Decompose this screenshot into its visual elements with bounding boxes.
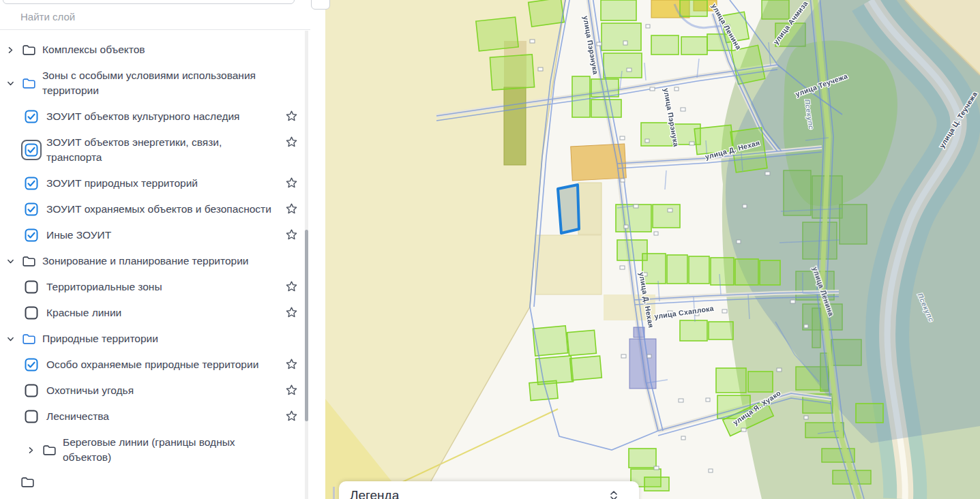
tree-layer[interactable]: ЗОУИТ охраняемых объектов и безопасности xyxy=(0,196,310,222)
folder-icon xyxy=(42,444,57,456)
layer-label: ЗОУИТ охраняемых объектов и безопасности xyxy=(46,202,271,217)
layer-panel: Комплексы объектовЗоны с особыми условия… xyxy=(0,0,310,499)
tree-layer[interactable]: Охотничьи угодья xyxy=(0,378,310,404)
layer-label: Территориальные зоны xyxy=(46,279,162,294)
layer-checkbox[interactable] xyxy=(25,358,38,372)
layer-checkbox[interactable] xyxy=(25,228,38,242)
tree-layer[interactable]: ЗОУИТ природных территорий xyxy=(0,170,310,196)
layer-label: Иные ЗОУИТ xyxy=(46,228,111,243)
layer-checkbox[interactable] xyxy=(25,202,38,216)
star-icon[interactable] xyxy=(280,136,298,149)
tree-folder[interactable]: Зоны с особыми условиями использования т… xyxy=(0,63,310,104)
tree-layer[interactable]: ЗОУИТ объектов энергетики, связи, трансп… xyxy=(0,130,310,170)
star-icon[interactable] xyxy=(280,110,298,123)
layer-label: ЗОУИТ природных территорий xyxy=(46,176,198,191)
layer-label: ЗОУИТ объектов культурного наследия xyxy=(46,109,240,124)
legend-panel: Легенда xyxy=(339,481,639,499)
chevron-down-icon[interactable] xyxy=(5,257,16,266)
layer-checkbox[interactable] xyxy=(25,110,38,123)
layer-checkbox[interactable] xyxy=(25,177,38,190)
layer-label: Комплексы объектов xyxy=(42,42,145,57)
chevron-right-icon[interactable] xyxy=(26,446,36,455)
folder-icon xyxy=(22,78,36,89)
tree-layer[interactable]: Красные линии xyxy=(0,300,310,326)
tree-layer[interactable]: ЗОУИТ объектов культурного наследия xyxy=(0,104,310,130)
layer-label: ЗОУИТ объектов энергетики, связи, трансп… xyxy=(46,135,273,165)
star-icon[interactable] xyxy=(280,410,298,423)
chevron-down-icon[interactable] xyxy=(5,335,16,344)
layer-label: Красные линии xyxy=(46,305,121,320)
layer-search-input[interactable] xyxy=(0,5,327,27)
layer-checkbox[interactable] xyxy=(25,143,38,157)
folder-icon xyxy=(22,256,36,267)
star-icon[interactable] xyxy=(280,228,298,241)
star-icon[interactable] xyxy=(280,358,298,371)
layer-checkbox[interactable] xyxy=(25,410,38,423)
folder-icon xyxy=(22,333,36,345)
layer-label: Лесничества xyxy=(46,409,109,424)
tree-folder[interactable] xyxy=(0,470,310,488)
star-icon[interactable] xyxy=(280,280,298,293)
tree-layer[interactable]: Лесничества xyxy=(0,404,310,429)
chevron-right-icon[interactable] xyxy=(5,46,16,55)
chevron-down-icon[interactable] xyxy=(5,79,16,88)
layer-tree: Комплексы объектовЗоны с особыми условия… xyxy=(0,30,310,499)
layer-search xyxy=(0,0,310,30)
collapse-expand-icon xyxy=(609,489,619,499)
selected-parcel[interactable] xyxy=(558,185,579,233)
legend-collapse-button[interactable] xyxy=(609,489,619,499)
layer-label: Особо охраняемые природные территории xyxy=(46,357,258,372)
tree-folder[interactable]: Природные территории xyxy=(0,326,310,352)
star-icon[interactable] xyxy=(280,177,298,190)
layer-label: Природные территории xyxy=(42,331,158,346)
layer-label: Зонирование и планирование территории xyxy=(42,254,249,269)
layer-label: Береговые линии (границы водных объектов… xyxy=(63,435,267,465)
sidebar-scrollbar-thumb[interactable] xyxy=(305,230,308,421)
layer-label: Охотничьи угодья xyxy=(46,383,134,398)
tree-folder[interactable]: Комплексы объектов xyxy=(0,37,310,63)
star-icon[interactable] xyxy=(280,384,298,397)
map-edge-scrollbar xyxy=(333,487,335,499)
tree-layer[interactable]: Территориальные зоны xyxy=(0,274,310,300)
map-canvas[interactable]: улица Пэрэнукаулица Пэрэнукаулица Ленина… xyxy=(325,0,980,499)
folder-icon xyxy=(20,477,35,488)
folder-icon xyxy=(22,44,36,56)
tree-folder[interactable]: Береговые линии (границы водных объектов… xyxy=(0,429,310,470)
star-icon[interactable] xyxy=(280,306,298,319)
tree-layer[interactable]: Особо охраняемые природные территории xyxy=(0,352,310,378)
tree-folder[interactable]: Зонирование и планирование территории xyxy=(0,248,310,274)
layer-checkbox[interactable] xyxy=(25,306,38,320)
layer-checkbox[interactable] xyxy=(25,280,38,294)
tree-layer[interactable]: Иные ЗОУИТ xyxy=(0,222,310,248)
layer-label: Зоны с особыми условиями использования т… xyxy=(42,68,278,98)
star-icon[interactable] xyxy=(280,202,298,215)
layer-checkbox[interactable] xyxy=(25,384,38,397)
legend-title: Легенда xyxy=(350,487,399,499)
